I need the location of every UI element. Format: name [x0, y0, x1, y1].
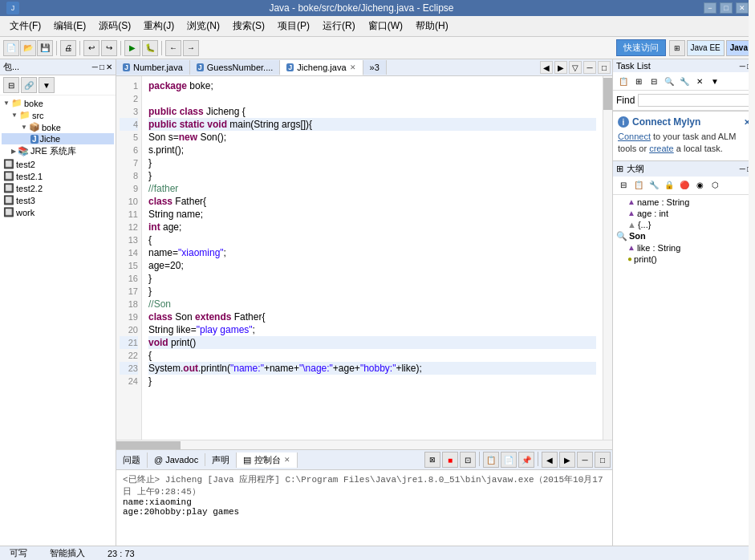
- menu-edit[interactable]: 编辑(E): [47, 18, 92, 34]
- code-editor-area[interactable]: 1 2 3 4 5 6 7 8 9 10 11 12 13 14 15 16 1: [116, 76, 612, 440]
- open-button[interactable]: 📂: [20, 40, 36, 56]
- outline-item-age[interactable]: ▲ age : int: [615, 208, 753, 219]
- search-icon: 🔍: [616, 231, 627, 241]
- outline-item-print[interactable]: ● print(): [615, 254, 753, 265]
- outline-item-son-class[interactable]: 🔍 Son: [615, 230, 753, 242]
- perspective-ee[interactable]: Java EE: [687, 40, 725, 56]
- outline-minimize-icon[interactable]: ─: [740, 164, 745, 173]
- next-edit-button[interactable]: →: [183, 40, 199, 56]
- outline-item-like[interactable]: ▲ like : String: [615, 242, 753, 254]
- outline-btn-6[interactable]: ◉: [692, 178, 707, 193]
- tab-close-icon[interactable]: ✕: [350, 63, 356, 71]
- console-btn-3[interactable]: ⊡: [460, 452, 476, 468]
- tab-javadoc[interactable]: @ Javadoc: [148, 453, 205, 466]
- task-btn-4[interactable]: 🔍: [662, 74, 676, 88]
- vertical-scrollbar[interactable]: [603, 76, 612, 440]
- console-nav-prev[interactable]: ◀: [542, 452, 558, 468]
- outline-item-block[interactable]: ▲ {...}: [615, 219, 753, 230]
- tree-item-jre[interactable]: ▶ 📚 JRE 系统库: [2, 144, 114, 158]
- editor-minimize[interactable]: ─: [583, 61, 596, 74]
- new-button[interactable]: 📄: [3, 40, 19, 56]
- tab-console[interactable]: ▤ 控制台 ✕: [237, 452, 298, 468]
- tab-jicheng-java[interactable]: J Jicheng.java ✕: [280, 60, 363, 75]
- console-nav-next[interactable]: ▶: [559, 452, 575, 468]
- menu-refactor[interactable]: 重构(J): [137, 18, 181, 34]
- task-btn-5[interactable]: 🔧: [677, 74, 692, 88]
- code-content[interactable]: package boke; public class Jicheng { pub…: [142, 76, 603, 440]
- tree-item-boke[interactable]: ▼ 📁 boke: [2, 97, 114, 109]
- outline-btn-3[interactable]: 🔧: [647, 178, 661, 193]
- undo-button[interactable]: ↩: [83, 40, 99, 56]
- console-btn-6[interactable]: 📌: [518, 452, 534, 468]
- tab-declaration[interactable]: 声明: [205, 452, 237, 468]
- tab-problems[interactable]: 问题: [116, 452, 148, 468]
- task-list-minimize-icon[interactable]: ─: [740, 62, 745, 71]
- print-button[interactable]: 🖨: [60, 40, 76, 56]
- task-btn-2[interactable]: ⊞: [631, 74, 646, 88]
- menu-project[interactable]: 项目(P): [271, 18, 316, 34]
- outline-item-name[interactable]: ▲ name : String: [615, 197, 753, 208]
- run-button[interactable]: ▶: [124, 40, 140, 56]
- collapse-all-button[interactable]: ⊟: [3, 77, 19, 93]
- panel-minimize-icon[interactable]: ─: [92, 63, 98, 71]
- console-clear-button[interactable]: ⊠: [424, 452, 440, 468]
- tree-item-test3[interactable]: 🔲 test3: [2, 194, 114, 206]
- link-editor-button[interactable]: 🔗: [21, 77, 37, 93]
- menu-window[interactable]: 窗口(W): [362, 18, 409, 34]
- editor-nav-next[interactable]: ▶: [554, 61, 567, 74]
- outline-scrollbar[interactable]: [749, 195, 755, 546]
- outline-btn-4[interactable]: 🔒: [662, 178, 676, 193]
- debug-button[interactable]: 🐛: [142, 40, 158, 56]
- tree-item-src[interactable]: ▼ 📁 src: [2, 109, 114, 121]
- view-menu-button[interactable]: ▼: [39, 77, 55, 93]
- tree-item-test2[interactable]: 🔲 test2: [2, 158, 114, 170]
- console-btn-5[interactable]: 📄: [501, 452, 517, 468]
- editor-nav-prev[interactable]: ◀: [540, 61, 553, 74]
- horizontal-scrollbar[interactable]: [116, 440, 612, 449]
- redo-button[interactable]: ↪: [101, 40, 117, 56]
- outline-btn-5[interactable]: 🔴: [677, 178, 692, 193]
- tree-item-test21[interactable]: 🔲 test2.1: [2, 170, 114, 182]
- task-btn-3[interactable]: ⊟: [647, 74, 661, 88]
- tab-number-java[interactable]: J Number.java: [116, 60, 190, 75]
- console-tab-close-icon[interactable]: ✕: [284, 456, 290, 464]
- perspective-menu-button[interactable]: ⊞: [669, 40, 685, 56]
- panel-close-icon[interactable]: ✕: [106, 63, 112, 71]
- tab-overflow[interactable]: »3: [363, 60, 387, 75]
- prev-edit-button[interactable]: ←: [165, 40, 181, 56]
- quick-access-button[interactable]: 快速访问: [616, 39, 666, 56]
- console-minimize[interactable]: ─: [577, 452, 593, 468]
- close-button[interactable]: ✕: [736, 2, 749, 14]
- menu-run[interactable]: 运行(R): [316, 18, 362, 34]
- outline-btn-7[interactable]: ⬡: [708, 178, 722, 193]
- menu-navigate[interactable]: 浏览(N): [181, 18, 226, 34]
- connect-link[interactable]: Connect: [618, 132, 651, 141]
- task-btn-7[interactable]: ▼: [708, 74, 722, 88]
- outline-btn-1[interactable]: ⊟: [616, 178, 631, 193]
- tree-item-boke-package[interactable]: ▼ 📦 boke: [2, 121, 114, 133]
- tree-item-work[interactable]: 🔲 work: [2, 206, 114, 218]
- console-maximize[interactable]: □: [595, 452, 611, 468]
- console-stop-button[interactable]: ■: [442, 452, 458, 468]
- editor-maximize[interactable]: □: [598, 61, 611, 74]
- task-new-button[interactable]: 📋: [616, 74, 631, 88]
- maximize-button[interactable]: □: [720, 2, 733, 14]
- console-btn-4[interactable]: 📋: [483, 452, 499, 468]
- menu-help[interactable]: 帮助(H): [409, 18, 455, 34]
- panel-maximize-icon[interactable]: □: [99, 63, 104, 71]
- menu-file[interactable]: 文件(F): [3, 18, 47, 34]
- field-icon-like: ▲: [627, 243, 635, 252]
- task-btn-6[interactable]: ✕: [692, 74, 707, 88]
- menu-search[interactable]: 搜索(S): [226, 18, 271, 34]
- save-button[interactable]: 💾: [37, 40, 53, 56]
- editor-nav-list[interactable]: ▽: [569, 61, 582, 74]
- task-find-area: Find All Activat...: [613, 91, 755, 111]
- tree-item-jicheng[interactable]: J Jiche: [2, 133, 114, 144]
- outline-btn-2[interactable]: 📋: [631, 178, 646, 193]
- tab-guessnumber-java[interactable]: J GuessNumber....: [190, 60, 281, 75]
- minimize-button[interactable]: −: [704, 2, 716, 14]
- create-link[interactable]: create: [649, 144, 674, 153]
- task-find-input[interactable]: [638, 94, 755, 107]
- menu-source[interactable]: 源码(S): [92, 18, 137, 34]
- tree-item-test22[interactable]: 🔲 test2.2: [2, 182, 114, 194]
